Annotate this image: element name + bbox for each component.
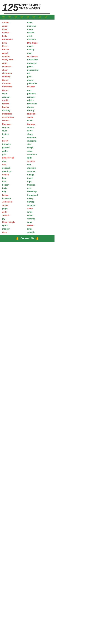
right-word-61: xmas bbox=[27, 227, 52, 231]
right-word-35: shopping bbox=[27, 139, 52, 143]
right-word-9: noel bbox=[27, 52, 52, 55]
right-word-13: peace bbox=[27, 65, 52, 68]
left-word-25: Dasher bbox=[2, 106, 27, 109]
right-word-15: pie bbox=[27, 72, 52, 75]
left-word-60: lights bbox=[2, 224, 27, 227]
right-word-56: white bbox=[27, 210, 52, 214]
holly-berry7-icon: ● bbox=[43, 16, 44, 18]
left-word-5: Bethlehem bbox=[2, 38, 27, 41]
holly-berry-icon: ● bbox=[6, 16, 7, 18]
header-number: 125 bbox=[2, 2, 18, 12]
right-word-18: poinsettia bbox=[27, 82, 52, 85]
right-word-2: merry bbox=[27, 28, 52, 31]
right-word-49: tree bbox=[27, 187, 52, 190]
holly-berry2-icon: ● bbox=[12, 16, 13, 18]
right-word-29: savior bbox=[27, 119, 52, 122]
holly-leaf-icon: 🌿 bbox=[2, 16, 5, 19]
right-word-30: Scrooge bbox=[27, 122, 52, 126]
left-word-41: give bbox=[2, 160, 27, 163]
left-word-28: decorations bbox=[2, 116, 27, 119]
left-word-51: Icicles bbox=[2, 193, 27, 197]
right-word-60: Wreath bbox=[27, 224, 52, 227]
left-word-16: chimney bbox=[2, 75, 27, 78]
right-word-5: mistletoe bbox=[27, 38, 52, 41]
holly-leaf4-icon: 🌿 bbox=[20, 16, 24, 19]
hand-left-icon: 🤚 bbox=[15, 237, 19, 240]
left-word-30: Ebenezer bbox=[2, 122, 27, 126]
header-line1: MOST FAMOUS bbox=[19, 4, 41, 7]
holly-leaf2-icon: 🌿 bbox=[8, 16, 11, 19]
left-word-58: joy bbox=[2, 217, 27, 220]
holly-leaf5-icon: 🌿 bbox=[26, 16, 30, 19]
right-word-47: toys bbox=[27, 180, 52, 183]
left-word-32: elves bbox=[2, 129, 27, 132]
left-word-54: Jesus bbox=[2, 204, 27, 207]
left-word-3: believe bbox=[2, 31, 27, 34]
left-word-20: Comet bbox=[2, 88, 27, 92]
left-word-38: gather bbox=[2, 150, 27, 153]
right-word-44: surprise bbox=[27, 170, 52, 173]
left-word-29: Donner bbox=[2, 119, 27, 122]
left-word-42: God bbox=[2, 163, 27, 166]
holly-berry5-icon: ● bbox=[30, 16, 31, 18]
right-word-17: plums bbox=[27, 78, 52, 82]
holly-decoration-bar: 🌿 ● 🌿 ● 🌿 ● 🌿 ● 🌿 ● 🌿 ● 🌿 ● 🌿 bbox=[0, 14, 54, 20]
left-word-0: Advent bbox=[2, 21, 27, 24]
brand-name: Connect Us bbox=[20, 237, 34, 240]
right-word-42: star bbox=[27, 163, 52, 166]
right-word-3: miracle bbox=[27, 31, 52, 34]
right-word-45: tidings bbox=[27, 173, 52, 176]
right-word-50: trimmings bbox=[27, 190, 52, 194]
left-word-24: Dancer bbox=[2, 102, 27, 106]
words-section: AdventangelbabebelievebellsBethlehembirt… bbox=[0, 20, 54, 235]
right-word-46: tinsel bbox=[27, 176, 52, 180]
header-line2: XMAS WORDS bbox=[19, 7, 41, 10]
left-word-19: Christmas bbox=[2, 85, 27, 88]
holly-leaf8-icon: 🌿 bbox=[44, 16, 48, 19]
left-word-21: cozy bbox=[2, 92, 27, 96]
left-word-4: bells bbox=[2, 34, 27, 38]
right-word-53: unwrap bbox=[27, 200, 52, 204]
right-word-20: pray bbox=[27, 88, 52, 92]
left-word-48: holiday bbox=[2, 183, 27, 187]
page-container: 125 MOST FAMOUS XMAS WORDS 🌿 ● 🌿 ● 🌿 ● 🌿… bbox=[0, 0, 54, 242]
right-word-11: nutcracker bbox=[27, 58, 52, 62]
right-word-12: ornament bbox=[27, 62, 52, 65]
left-word-57: Joseph bbox=[2, 214, 27, 217]
holly-leaf6-icon: 🌿 bbox=[32, 16, 36, 19]
left-word-18: Christian bbox=[2, 82, 27, 85]
right-word-28: Santa bbox=[27, 116, 52, 119]
left-word-43: goodwill bbox=[2, 166, 27, 170]
header-text-block: MOST FAMOUS XMAS WORDS bbox=[19, 2, 41, 10]
header-title: 125 MOST FAMOUS XMAS WORDS bbox=[2, 2, 52, 12]
left-word-34: fir bbox=[2, 136, 27, 140]
right-word-31: season bbox=[27, 126, 52, 129]
holly-leaf3-icon: 🌿 bbox=[14, 16, 18, 19]
right-word-38: snow bbox=[27, 150, 52, 153]
left-word-11: candy cane bbox=[2, 58, 27, 62]
right-word-10: North Pole bbox=[27, 55, 52, 58]
right-word-48: tradition bbox=[27, 183, 52, 187]
right-word-4: mirth bbox=[27, 34, 52, 38]
right-word-59: wrap bbox=[27, 220, 52, 224]
left-word-59: Kriss Kringle bbox=[2, 220, 27, 224]
right-word-58: worship bbox=[27, 217, 52, 220]
left-word-56: Jolly bbox=[2, 210, 27, 214]
left-word-50: holy bbox=[2, 190, 27, 194]
right-word-26: rooftop bbox=[27, 109, 52, 112]
right-word-51: triumphant bbox=[27, 193, 52, 197]
left-word-45: Grinch bbox=[2, 173, 27, 176]
left-word-47: hark bbox=[2, 180, 27, 183]
left-word-6: birth bbox=[2, 41, 27, 45]
left-word-7: bless bbox=[2, 44, 27, 48]
hand-right-icon: 🤚 bbox=[35, 237, 39, 240]
left-word-33: festive bbox=[2, 132, 27, 136]
holly-berry4-icon: ● bbox=[24, 16, 25, 18]
holly-berry6-icon: ● bbox=[36, 16, 37, 18]
right-word-41: St. Nick bbox=[27, 160, 52, 163]
left-word-61: manger bbox=[2, 227, 27, 231]
right-word-33: share bbox=[27, 132, 52, 136]
left-word-17: Christ bbox=[2, 78, 27, 82]
right-word-57: winter bbox=[27, 214, 52, 217]
header: 125 MOST FAMOUS XMAS WORDS bbox=[0, 0, 54, 14]
